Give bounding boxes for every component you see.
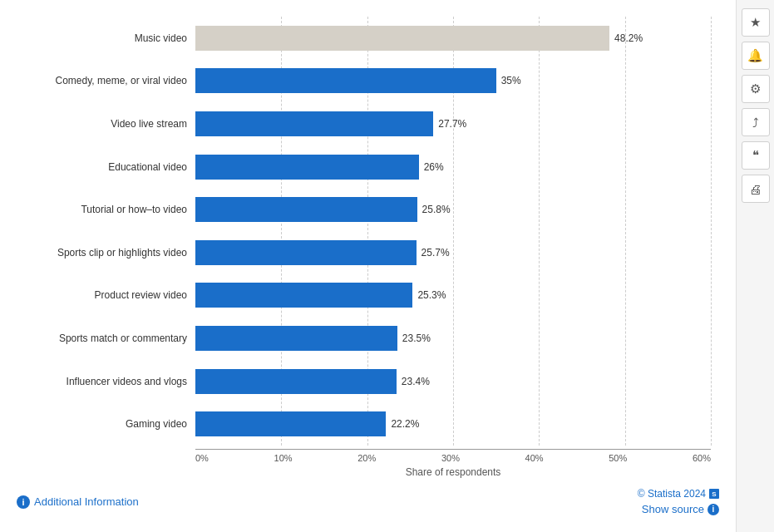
bar-value: 48.2% <box>614 32 643 44</box>
footer-right: © Statista 2024 S Show source i <box>638 488 719 515</box>
bar-row: 26% <box>195 155 711 180</box>
additional-info-link[interactable]: i Additional Information <box>17 495 139 509</box>
bar-fill <box>195 283 412 308</box>
x-tick: 20% <box>357 453 376 463</box>
bar-fill <box>195 68 496 93</box>
bar-label: Influencer videos and vlogs <box>17 376 195 387</box>
bell-icon[interactable]: 🔔 <box>742 42 770 70</box>
statista-logo-icon: S <box>709 489 719 499</box>
bar-fill <box>195 369 397 394</box>
print-icon[interactable]: 🖨 <box>742 175 770 203</box>
bar-row: 22.2% <box>195 411 711 436</box>
bar-fill <box>195 411 386 436</box>
info-icon: i <box>17 495 30 509</box>
bar-label: Sports match or commentary <box>17 332 195 344</box>
star-icon[interactable]: ★ <box>742 8 770 37</box>
bar-label: Music video <box>17 32 195 44</box>
bar-label: Tutorial or how–to video <box>17 204 195 215</box>
share-icon[interactable]: ⤴ <box>742 108 770 136</box>
main-content: Music videoComedy, meme, or viral videoV… <box>0 0 736 532</box>
grid-line <box>711 17 712 446</box>
bar-value: 26% <box>424 161 444 173</box>
copyright-text: © Statista 2024 <box>638 488 706 500</box>
bar-row: 25.8% <box>195 197 711 222</box>
additional-info-label: Additional Information <box>34 495 139 508</box>
bar-value: 23.5% <box>402 332 431 344</box>
bar-row: 35% <box>195 68 711 93</box>
bar-value: 23.4% <box>402 376 430 387</box>
chart-inner: 48.2%35%27.7%26%25.8%25.7%25.3%23.5%23.4… <box>195 17 711 446</box>
bar-fill <box>195 326 397 351</box>
x-axis: 0%10%20%30%40%50%60%Share of respondents <box>195 446 711 478</box>
bar-label: Product review video <box>17 289 195 301</box>
bar-label: Educational video <box>17 161 195 173</box>
x-tick: 0% <box>195 453 209 463</box>
bar-fill <box>195 155 419 180</box>
x-axis-ticks: 0%10%20%30%40%50%60% <box>195 449 711 463</box>
bar-row: 27.7% <box>195 111 711 136</box>
bar-label: Comedy, meme, or viral video <box>17 75 195 86</box>
bar-labels: Music videoComedy, meme, or viral videoV… <box>17 17 195 446</box>
bar-row: 25.7% <box>195 240 711 265</box>
footer: i Additional Information © Statista 2024… <box>17 481 727 515</box>
show-source-button[interactable]: Show source i <box>642 503 719 515</box>
bar-row: 23.5% <box>195 326 711 351</box>
bar-row: 25.3% <box>195 283 711 308</box>
x-tick: 30% <box>441 453 460 463</box>
bar-fill <box>195 197 417 222</box>
x-tick: 50% <box>609 453 627 463</box>
gear-icon[interactable]: ⚙ <box>742 75 770 103</box>
source-info-icon: i <box>707 504 719 515</box>
bar-value: 25.3% <box>417 289 446 301</box>
quote-icon[interactable]: ❝ <box>742 141 770 170</box>
x-tick: 10% <box>274 453 293 463</box>
copyright: © Statista 2024 S <box>638 488 719 500</box>
bars-wrapper: 48.2%35%27.7%26%25.8%25.7%25.3%23.5%23.4… <box>195 17 711 446</box>
sidebar: ★🔔⚙⤴❝🖨 <box>736 0 774 532</box>
bar-row: 48.2% <box>195 26 711 51</box>
chart-area: Music videoComedy, meme, or viral videoV… <box>17 17 727 478</box>
bar-value: 27.7% <box>438 118 466 130</box>
bar-value: 22.2% <box>391 418 419 430</box>
bar-value: 35% <box>501 75 521 86</box>
bar-fill <box>195 26 609 51</box>
bar-fill <box>195 111 433 136</box>
bar-label: Gaming video <box>17 418 195 430</box>
svg-text:S: S <box>712 490 717 498</box>
bar-value: 25.7% <box>422 247 450 259</box>
x-axis-label: Share of respondents <box>195 466 711 478</box>
bar-label: Video live stream <box>17 118 195 130</box>
bar-row: 23.4% <box>195 369 711 394</box>
bar-fill <box>195 240 417 265</box>
show-source-label: Show source <box>642 503 704 515</box>
x-tick: 60% <box>693 453 711 463</box>
bar-value: 25.8% <box>422 204 451 215</box>
bar-label: Sports clip or highlights video <box>17 247 195 259</box>
x-tick: 40% <box>525 453 544 463</box>
